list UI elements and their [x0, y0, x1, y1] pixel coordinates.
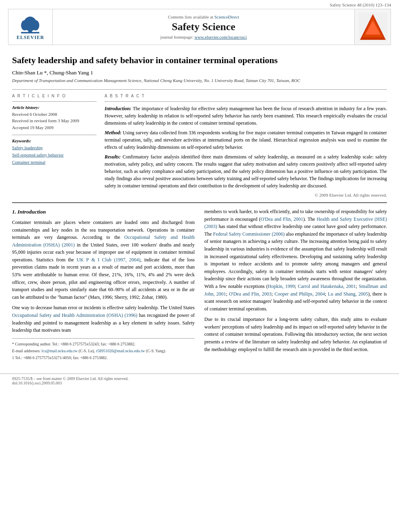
main-content: Safety leadership and safety behavior in… [0, 45, 399, 370]
footnotes: * Corresponding author. Tel.: +886 6 275… [12, 338, 195, 361]
article-info-header: A R T I C L E I N F O [12, 94, 97, 98]
sciencedirect-prefix: Contents lists available at [168, 14, 214, 19]
footnote-1: 1 Tel.: +886 6 2757575x53271/4050; fax: … [12, 355, 195, 361]
email2-suffix: (C-S. Yang). [146, 349, 166, 353]
email2-text: r58951026@mail.ncku.edu.tw [96, 349, 145, 353]
keyword-3[interactable]: Container terminal [12, 159, 97, 166]
abstract-results-label: Results: [105, 154, 121, 160]
accepted-date: Accepted 19 May 2009 [12, 124, 97, 131]
elsevier-tree-icon [18, 14, 42, 34]
footnote-email-label: E-mail addresses: [12, 349, 41, 353]
svg-rect-4 [21, 32, 39, 33]
body-right-column: members to work harder, to work efficien… [204, 208, 387, 362]
affiliation: Department of Transportation and Communi… [12, 78, 387, 84]
sciencedirect-link[interactable]: ScienceDirect [214, 14, 239, 19]
journal-title: Safety Science [172, 21, 235, 33]
elsevier-logo: ELSEVIER [16, 14, 44, 41]
safety-science-badge-area [354, 9, 391, 45]
article-history-group: Article history: Received 6 October 2008… [12, 105, 97, 131]
homepage-link[interactable]: www.elsevier.com/locate/ssci [194, 35, 247, 39]
osha1996-link[interactable]: Occupational Safety and Health Administr… [12, 312, 138, 318]
homepage-prefix: journal homepage: [160, 35, 195, 39]
footnote-star: * Corresponding author. Tel.: +886 6 275… [12, 341, 195, 347]
elsevier-wordmark: ELSEVIER [16, 35, 44, 41]
email1-text: lcs@mail.ncku.edu.tw [41, 349, 77, 353]
body-left-column: 1. Introduction Container terminals are … [12, 208, 195, 362]
body-content: 1. Introduction Container terminals are … [12, 208, 387, 362]
sciencedirect-line: Contents lists available at ScienceDirec… [168, 14, 239, 19]
history-label: Article history: [12, 105, 97, 110]
abstract-header: A B S T R A C T [105, 94, 387, 98]
section1-title: 1. Introduction [12, 208, 195, 216]
abstract-method-para: Method: Using survey data collected from… [105, 129, 387, 151]
abstract-results-text: Confirmatory factor analysis identified … [105, 154, 387, 189]
abstract-results-para: Results: Confirmatory factor analysis id… [105, 153, 387, 189]
keywords-label: Keywords: [12, 138, 97, 143]
abstract-column: A B S T R A C T Introduction: The import… [105, 94, 387, 197]
authors: Chin-Shan Lu *, Chung-Shan Yang 1 [12, 70, 387, 76]
page-reference: Safety Science 48 (2010) 123–134 [0, 0, 399, 9]
keywords-divider [12, 135, 97, 135]
email1-link[interactable]: lcs@mail.ncku.edu.tw [41, 349, 78, 353]
revised-date: Received in revised form 3 May 2009 [12, 117, 97, 124]
article-info-abstract-section: A R T I C L E I N F O Article history: R… [12, 94, 387, 197]
carrol2001-link[interactable]: Carrol and Hatakenaka, 2001 [298, 283, 356, 289]
abstract-text: Introduction: The importance of leadersh… [105, 105, 387, 189]
journal-center-info: Contents lists available at ScienceDirec… [53, 9, 354, 45]
article-title: Safety leadership and safety behavior in… [12, 55, 387, 66]
keyword-2[interactable]: Self-reported safety behavior [12, 152, 97, 159]
abstract-intro-para: Introduction: The importance of leadersh… [105, 105, 387, 127]
email2-link[interactable]: r58951026@mail.ncku.edu.tw [96, 349, 146, 353]
right-para2: Due to its crucial importance for a long… [204, 316, 387, 353]
abstract-intro-text: The importance of leadership for effecti… [105, 106, 387, 126]
article-info-column: A R T I C L E I N F O Article history: R… [12, 94, 97, 197]
ukpi-link[interactable]: UK P & I Club (1997, 2004) [76, 257, 140, 263]
homepage-line: journal homepage: www.elsevier.com/locat… [160, 35, 247, 39]
journal-header-banner: ELSEVIER Contents lists available at Sci… [8, 9, 391, 45]
received-date: Received 6 October 2008 [12, 111, 97, 118]
abstract-method-label: Method: [105, 130, 121, 136]
hopkin1999-link[interactable]: Hopkin, 1999 [268, 283, 295, 289]
fsc2006-link[interactable]: Federal Safety Commissioner (2006) [213, 231, 285, 237]
svg-point-3 [32, 20, 39, 30]
abstract-method-text: Using survey data collected from 336 res… [105, 130, 387, 150]
section1-para1: Container terminals are places where con… [12, 219, 195, 301]
page-ref-text: Safety Science 48 (2010) 123–134 [330, 2, 391, 7]
title-divider [12, 89, 387, 90]
copyright-line: © 2009 Elsevier Ltd. All rights reserved… [105, 193, 387, 197]
right-para1: members to work harder, to work efficien… [204, 208, 387, 312]
abstract-intro-label: Introduction: [105, 106, 132, 111]
footnote-star-text: * Corresponding author. Tel.: +886 6 275… [12, 342, 136, 346]
osha-link[interactable]: Occupational Safety and Health Administr… [12, 234, 195, 248]
svg-point-2 [21, 20, 29, 30]
odea2003-link[interactable]: O'Dea and Flin, 2003 [229, 291, 271, 297]
bottom-bar: 0925-7535/$ – see front matter © 2009 El… [0, 374, 399, 388]
footnote-email: E-mail addresses: lcs@mail.ncku.edu.tw (… [12, 348, 195, 354]
keyword-1[interactable]: Safety leadership [12, 144, 97, 152]
bottom-doi: doi:10.1016/j.ssci.2009.05.003 [12, 381, 62, 385]
cooper2004-link[interactable]: Cooper and Philips, 2004 [275, 291, 325, 297]
body-divider [12, 202, 387, 203]
elsevier-logo-area: ELSEVIER [8, 9, 53, 45]
article-info-divider [12, 101, 97, 102]
abstract-divider [105, 101, 387, 102]
keywords-group: Keywords: Safety leadership Self-reporte… [12, 138, 97, 166]
bottom-copyright: 0925-7535/$ – see front matter © 2009 El… [12, 376, 128, 381]
section1-para2: One way to decrease human error or incid… [12, 304, 195, 334]
safety-science-journal-icon [358, 12, 387, 41]
email1-suffix: (C-S. Lu), [78, 349, 95, 353]
footnote-1-text: 1 Tel.: +886 6 2757575x53271/4050; fax: … [12, 355, 108, 360]
lu2005-link[interactable]: Lu and Shang, 2005 [328, 291, 368, 297]
odea2001-link[interactable]: O'Dea and Flin, 2001 [261, 216, 303, 222]
